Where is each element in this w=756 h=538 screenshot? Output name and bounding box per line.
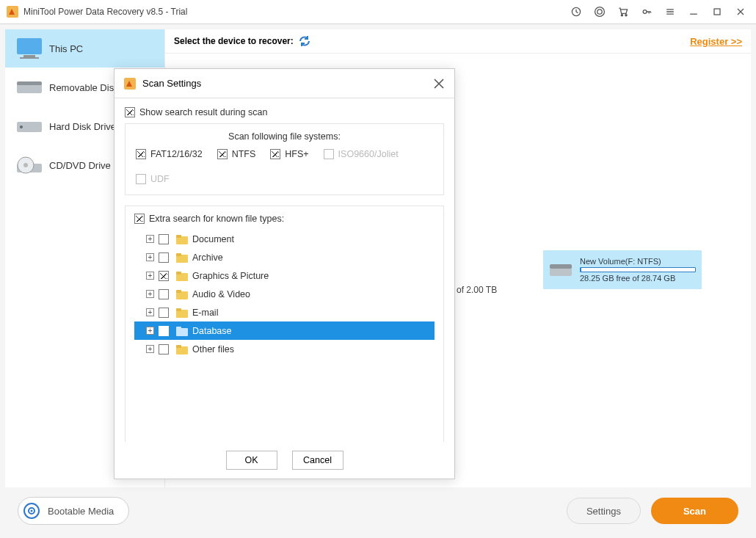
svg-point-17: [23, 163, 28, 167]
tree-checkbox[interactable]: [159, 326, 169, 336]
capacity-remainder-text: of 2.00 TB: [457, 285, 497, 295]
tree-checkbox[interactable]: [159, 271, 169, 281]
svg-rect-27: [176, 253, 181, 256]
expander-icon[interactable]: +: [146, 327, 154, 335]
svg-point-5: [625, 15, 627, 16]
monitor-icon: [12, 35, 46, 62]
fs-checkbox[interactable]: [217, 149, 228, 159]
svg-rect-19: [550, 264, 572, 269]
tree-row-1[interactable]: +Archive: [134, 248, 435, 266]
show-results-label: Show search result during scan: [139, 107, 267, 117]
expander-icon[interactable]: +: [146, 272, 154, 280]
folder-icon: [176, 289, 188, 299]
cart-icon[interactable]: [614, 2, 633, 21]
register-link[interactable]: Register >>: [690, 36, 742, 47]
tree-row-4[interactable]: +E-mail: [134, 303, 435, 321]
fs-label: HFS+: [285, 149, 308, 159]
show-results-checkbox[interactable]: [125, 107, 135, 117]
maximize-icon[interactable]: [708, 2, 727, 21]
fs-checkbox[interactable]: [136, 149, 146, 159]
filetype-tree: +Document+Archive+Graphics & Picture+Aud…: [134, 230, 435, 358]
fs-option-1[interactable]: NTFS: [217, 149, 256, 159]
minimize-icon[interactable]: [684, 2, 703, 21]
tree-label: Database: [192, 326, 232, 336]
svg-rect-9: [23, 55, 35, 57]
fs-option-0[interactable]: FAT12/16/32: [136, 149, 203, 159]
hard-drive-icon: [12, 113, 46, 139]
key-icon[interactable]: [637, 2, 656, 21]
fs-label: ISO9660/Joliet: [338, 149, 399, 159]
dialog-title: Scan Settings: [142, 78, 201, 89]
main-heading: Select the device to recover:: [174, 36, 294, 46]
tree-row-6[interactable]: +Other files: [134, 340, 435, 358]
folder-icon: [176, 271, 188, 281]
svg-rect-12: [17, 81, 42, 85]
fs-option-4: UDF: [136, 174, 170, 184]
extra-search-row[interactable]: Extra search for known file types:: [134, 214, 435, 224]
sidebar-item-label: CD/DVD Drive: [49, 160, 111, 171]
sidebar-item-label: This PC: [49, 43, 83, 54]
app-title: MiniTool Power Data Recovery v8.5 - Tria…: [23, 7, 187, 17]
tree-checkbox[interactable]: [159, 234, 169, 244]
refresh-icon[interactable]: [298, 34, 311, 48]
svg-rect-31: [176, 290, 181, 293]
volume-tile[interactable]: New Volume(F: NTFS) 28.25 GB free of 28.…: [543, 250, 702, 289]
tree-label: Graphics & Picture: [192, 271, 269, 281]
close-icon[interactable]: [432, 77, 446, 90]
tree-label: Audio & Video: [192, 289, 250, 299]
menu-icon[interactable]: [661, 2, 680, 21]
tree-row-5[interactable]: +Database: [134, 321, 435, 340]
expander-icon[interactable]: +: [146, 253, 154, 261]
expander-icon[interactable]: +: [146, 235, 154, 243]
tree-label: Archive: [192, 252, 223, 263]
titlebar-icon-1[interactable]: [567, 2, 586, 21]
fs-checkbox[interactable]: [270, 149, 280, 159]
filetype-box: Extra search for known file types: +Docu…: [125, 206, 444, 442]
ok-button[interactable]: OK: [226, 451, 277, 470]
fs-label: UDF: [150, 174, 170, 184]
dialog-header: Scan Settings: [115, 69, 454, 98]
tree-row-2[interactable]: +Graphics & Picture: [134, 266, 435, 285]
tree-checkbox[interactable]: [159, 308, 169, 318]
bootable-media-label: Bootable Media: [48, 506, 114, 517]
svg-rect-10: [20, 57, 39, 59]
folder-icon: [176, 252, 188, 263]
tree-label: E-mail: [192, 308, 218, 318]
folder-icon: [176, 326, 188, 336]
dialog-body: Show search result during scan Scan foll…: [115, 98, 454, 442]
volume-name: New Volume(F: NTFS): [580, 257, 696, 266]
expander-icon[interactable]: +: [146, 290, 154, 298]
removable-drive-icon: [12, 74, 46, 101]
extra-search-checkbox[interactable]: [134, 214, 145, 224]
folder-icon: [176, 234, 188, 244]
svg-point-6: [643, 10, 647, 14]
sidebar-item-this-pc[interactable]: This PC: [5, 29, 164, 68]
volume-usage-bar: [580, 267, 696, 272]
svg-rect-7: [714, 9, 720, 15]
dialog-buttons: OK Cancel: [115, 442, 454, 479]
expander-icon[interactable]: +: [146, 308, 154, 316]
tree-checkbox[interactable]: [159, 289, 169, 299]
show-results-row[interactable]: Show search result during scan: [125, 107, 444, 117]
close-window-icon[interactable]: [731, 2, 750, 21]
volume-disk-icon: [549, 261, 573, 279]
tree-label: Other files: [192, 344, 234, 355]
settings-button[interactable]: Settings: [567, 498, 641, 524]
svg-rect-33: [176, 308, 181, 311]
titlebar-icon-2[interactable]: [590, 2, 609, 21]
volume-free: 28.25 GB free of 28.74 GB: [580, 274, 696, 283]
tree-row-3[interactable]: +Audio & Video: [134, 285, 435, 303]
tree-row-0[interactable]: +Document: [134, 230, 435, 248]
expander-icon[interactable]: +: [146, 345, 154, 353]
fs-option-2[interactable]: HFS+: [270, 149, 308, 159]
tree-checkbox[interactable]: [159, 344, 169, 355]
fs-option-3: ISO9660/Joliet: [324, 149, 399, 159]
tree-checkbox[interactable]: [159, 252, 169, 263]
folder-icon: [176, 344, 188, 355]
titlebar: MiniTool Power Data Recovery v8.5 - Tria…: [0, 0, 756, 24]
svg-rect-8: [17, 38, 42, 54]
scan-button[interactable]: Scan: [651, 498, 738, 524]
cancel-button[interactable]: Cancel: [292, 451, 344, 470]
bootable-media-button[interactable]: Bootable Media: [18, 497, 129, 525]
fs-label: FAT12/16/32: [150, 149, 203, 159]
